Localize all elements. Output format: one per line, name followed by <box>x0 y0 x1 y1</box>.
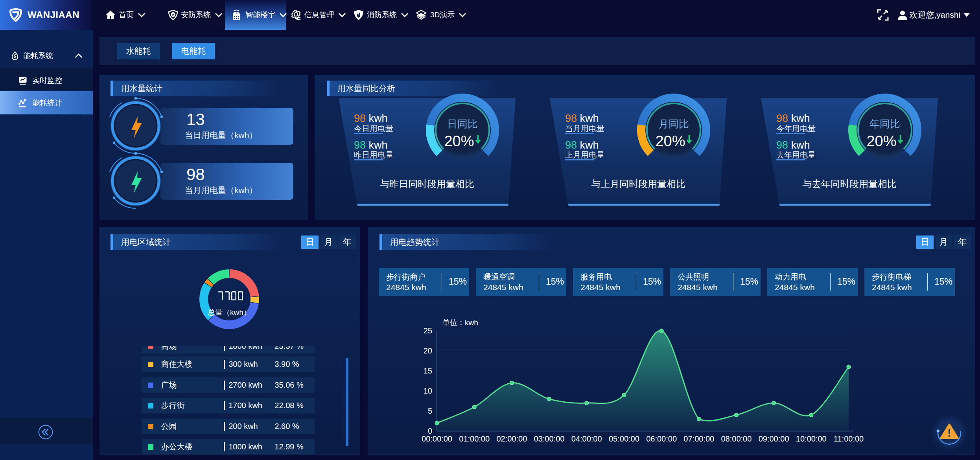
svg-text:00:00:00: 00:00:00 <box>422 434 452 443</box>
svg-text:单位：kwh: 单位：kwh <box>442 318 478 327</box>
svg-text:05:00:00: 05:00:00 <box>609 434 639 443</box>
svg-text:11:00:00: 11:00:00 <box>834 434 864 443</box>
svg-text:20: 20 <box>424 346 432 355</box>
svg-text:04:00:00: 04:00:00 <box>571 434 602 443</box>
svg-text:15: 15 <box>424 366 432 375</box>
svg-text:5: 5 <box>428 407 432 415</box>
svg-text:06:00:00: 06:00:00 <box>646 434 677 443</box>
svg-text:10: 10 <box>424 386 432 395</box>
svg-text:09:00:00: 09:00:00 <box>759 434 789 443</box>
svg-text:25: 25 <box>424 326 432 335</box>
svg-text:01:00:00: 01:00:00 <box>459 434 490 443</box>
svg-text:03:00:00: 03:00:00 <box>534 434 565 443</box>
svg-text:07:00:00: 07:00:00 <box>683 434 714 443</box>
svg-text:10:00:00: 10:00:00 <box>796 434 827 443</box>
svg-text:02:00:00: 02:00:00 <box>496 434 527 443</box>
svg-text:08:00:00: 08:00:00 <box>721 434 752 443</box>
